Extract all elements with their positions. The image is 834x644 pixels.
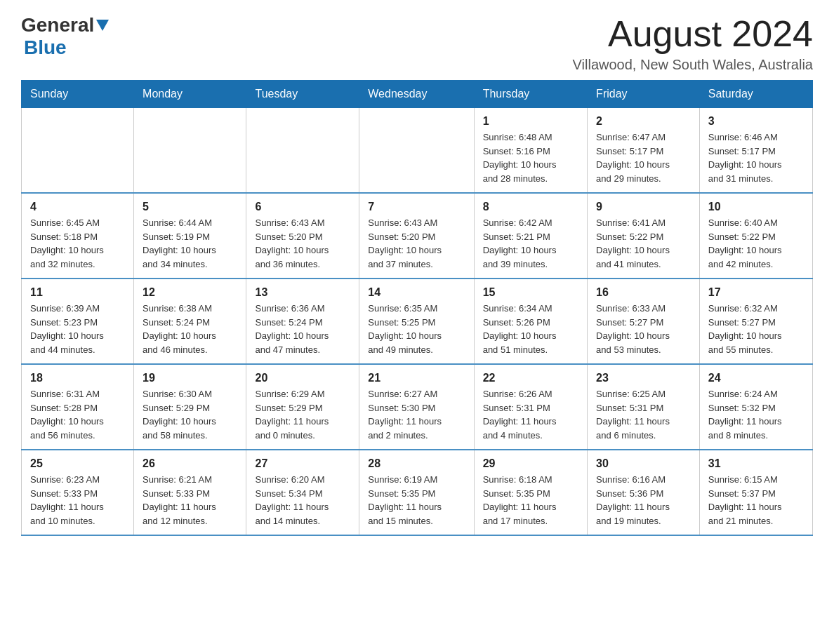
- day-number: 29: [483, 457, 578, 470]
- day-info: Sunrise: 6:32 AMSunset: 5:27 PMDaylight:…: [708, 302, 804, 356]
- day-info: Sunrise: 6:33 AMSunset: 5:27 PMDaylight:…: [596, 302, 691, 356]
- day-number: 23: [596, 372, 691, 384]
- table-row: 9Sunrise: 6:41 AMSunset: 5:22 PMDaylight…: [588, 193, 700, 279]
- day-number: 16: [596, 286, 691, 299]
- day-info: Sunrise: 6:43 AMSunset: 5:20 PMDaylight:…: [368, 216, 465, 271]
- table-row: 14Sunrise: 6:35 AMSunset: 5:25 PMDayligh…: [359, 279, 474, 364]
- day-info: Sunrise: 6:46 AMSunset: 5:17 PMDaylight:…: [708, 130, 804, 185]
- day-number: 25: [30, 457, 125, 470]
- day-info: Sunrise: 6:40 AMSunset: 5:22 PMDaylight:…: [708, 216, 804, 271]
- day-number: 7: [368, 201, 465, 213]
- table-row: 19Sunrise: 6:30 AMSunset: 5:29 PMDayligh…: [134, 364, 246, 450]
- day-number: 26: [143, 457, 237, 470]
- header-tuesday: Tuesday: [246, 81, 359, 108]
- table-row: [134, 108, 246, 194]
- day-number: 22: [483, 372, 578, 384]
- day-number: 15: [483, 286, 578, 299]
- table-row: [359, 108, 474, 194]
- svg-marker-0: [96, 20, 109, 31]
- table-row: 20Sunrise: 6:29 AMSunset: 5:29 PMDayligh…: [246, 364, 359, 450]
- day-number: 9: [596, 201, 691, 213]
- header-sunday: Sunday: [22, 81, 134, 108]
- title-section: August 2024 Villawood, New South Wales, …: [573, 14, 813, 73]
- table-row: 15Sunrise: 6:34 AMSunset: 5:26 PMDayligh…: [474, 279, 587, 364]
- table-row: 5Sunrise: 6:44 AMSunset: 5:19 PMDaylight…: [134, 193, 246, 279]
- day-number: 21: [368, 372, 465, 384]
- day-info: Sunrise: 6:19 AMSunset: 5:35 PMDaylight:…: [368, 473, 465, 528]
- day-number: 8: [483, 201, 578, 213]
- calendar-header-row: Sunday Monday Tuesday Wednesday Thursday…: [22, 81, 813, 108]
- day-info: Sunrise: 6:43 AMSunset: 5:20 PMDaylight:…: [255, 216, 350, 271]
- day-number: 18: [30, 372, 125, 384]
- day-info: Sunrise: 6:35 AMSunset: 5:25 PMDaylight:…: [368, 302, 465, 356]
- day-info: Sunrise: 6:20 AMSunset: 5:34 PMDaylight:…: [255, 473, 350, 528]
- month-title: August 2024: [573, 14, 813, 54]
- day-number: 20: [255, 372, 350, 384]
- day-number: 2: [596, 115, 691, 128]
- day-number: 12: [143, 286, 237, 299]
- table-row: 11Sunrise: 6:39 AMSunset: 5:23 PMDayligh…: [22, 279, 134, 364]
- day-info: Sunrise: 6:41 AMSunset: 5:22 PMDaylight:…: [596, 216, 691, 271]
- table-row: 24Sunrise: 6:24 AMSunset: 5:32 PMDayligh…: [699, 364, 812, 450]
- day-info: Sunrise: 6:38 AMSunset: 5:24 PMDaylight:…: [143, 302, 237, 356]
- day-number: 5: [143, 201, 237, 213]
- day-number: 13: [255, 286, 350, 299]
- table-row: 8Sunrise: 6:42 AMSunset: 5:21 PMDaylight…: [474, 193, 587, 279]
- logo: General Blue: [21, 14, 110, 59]
- day-number: 27: [255, 457, 350, 470]
- day-number: 11: [30, 286, 125, 299]
- day-number: 19: [143, 372, 237, 384]
- calendar-week-row: 1Sunrise: 6:48 AMSunset: 5:16 PMDaylight…: [22, 108, 813, 194]
- table-row: 3Sunrise: 6:46 AMSunset: 5:17 PMDaylight…: [699, 108, 812, 194]
- logo-general-text: General: [21, 14, 94, 36]
- day-info: Sunrise: 6:21 AMSunset: 5:33 PMDaylight:…: [143, 473, 237, 528]
- day-info: Sunrise: 6:39 AMSunset: 5:23 PMDaylight:…: [30, 302, 125, 356]
- day-info: Sunrise: 6:45 AMSunset: 5:18 PMDaylight:…: [30, 216, 125, 271]
- day-number: 4: [30, 201, 125, 213]
- day-info: Sunrise: 6:24 AMSunset: 5:32 PMDaylight:…: [708, 387, 804, 442]
- day-info: Sunrise: 6:31 AMSunset: 5:28 PMDaylight:…: [30, 387, 125, 442]
- table-row: 6Sunrise: 6:43 AMSunset: 5:20 PMDaylight…: [246, 193, 359, 279]
- header-saturday: Saturday: [699, 81, 812, 108]
- calendar-week-row: 4Sunrise: 6:45 AMSunset: 5:18 PMDaylight…: [22, 193, 813, 279]
- calendar-week-row: 18Sunrise: 6:31 AMSunset: 5:28 PMDayligh…: [22, 364, 813, 450]
- location-title: Villawood, New South Wales, Australia: [573, 57, 813, 73]
- day-info: Sunrise: 6:30 AMSunset: 5:29 PMDaylight:…: [143, 387, 237, 442]
- calendar-week-row: 11Sunrise: 6:39 AMSunset: 5:23 PMDayligh…: [22, 279, 813, 364]
- day-number: 30: [596, 457, 691, 470]
- day-number: 10: [708, 201, 804, 213]
- table-row: 27Sunrise: 6:20 AMSunset: 5:34 PMDayligh…: [246, 450, 359, 535]
- table-row: 29Sunrise: 6:18 AMSunset: 5:35 PMDayligh…: [474, 450, 587, 535]
- day-number: 31: [708, 457, 804, 470]
- day-info: Sunrise: 6:36 AMSunset: 5:24 PMDaylight:…: [255, 302, 350, 356]
- table-row: 10Sunrise: 6:40 AMSunset: 5:22 PMDayligh…: [699, 193, 812, 279]
- table-row: 17Sunrise: 6:32 AMSunset: 5:27 PMDayligh…: [699, 279, 812, 364]
- day-info: Sunrise: 6:44 AMSunset: 5:19 PMDaylight:…: [143, 216, 237, 271]
- day-info: Sunrise: 6:15 AMSunset: 5:37 PMDaylight:…: [708, 473, 804, 528]
- day-number: 24: [708, 372, 804, 384]
- day-number: 14: [368, 286, 465, 299]
- calendar-table: Sunday Monday Tuesday Wednesday Thursday…: [21, 80, 813, 536]
- day-info: Sunrise: 6:26 AMSunset: 5:31 PMDaylight:…: [483, 387, 578, 442]
- calendar-week-row: 25Sunrise: 6:23 AMSunset: 5:33 PMDayligh…: [22, 450, 813, 535]
- logo-blue-text: Blue: [24, 36, 67, 59]
- day-info: Sunrise: 6:47 AMSunset: 5:17 PMDaylight:…: [596, 130, 691, 185]
- day-info: Sunrise: 6:48 AMSunset: 5:16 PMDaylight:…: [483, 130, 578, 185]
- day-info: Sunrise: 6:23 AMSunset: 5:33 PMDaylight:…: [30, 473, 125, 528]
- day-number: 3: [708, 115, 804, 128]
- day-info: Sunrise: 6:29 AMSunset: 5:29 PMDaylight:…: [255, 387, 350, 442]
- table-row: 23Sunrise: 6:25 AMSunset: 5:31 PMDayligh…: [588, 364, 700, 450]
- table-row: 21Sunrise: 6:27 AMSunset: 5:30 PMDayligh…: [359, 364, 474, 450]
- table-row: [246, 108, 359, 194]
- table-row: 4Sunrise: 6:45 AMSunset: 5:18 PMDaylight…: [22, 193, 134, 279]
- day-number: 28: [368, 457, 465, 470]
- table-row: 30Sunrise: 6:16 AMSunset: 5:36 PMDayligh…: [588, 450, 700, 535]
- day-info: Sunrise: 6:16 AMSunset: 5:36 PMDaylight:…: [596, 473, 691, 528]
- table-row: [22, 108, 134, 194]
- table-row: 7Sunrise: 6:43 AMSunset: 5:20 PMDaylight…: [359, 193, 474, 279]
- header-thursday: Thursday: [474, 81, 587, 108]
- table-row: 22Sunrise: 6:26 AMSunset: 5:31 PMDayligh…: [474, 364, 587, 450]
- table-row: 31Sunrise: 6:15 AMSunset: 5:37 PMDayligh…: [699, 450, 812, 535]
- table-row: 28Sunrise: 6:19 AMSunset: 5:35 PMDayligh…: [359, 450, 474, 535]
- table-row: 13Sunrise: 6:36 AMSunset: 5:24 PMDayligh…: [246, 279, 359, 364]
